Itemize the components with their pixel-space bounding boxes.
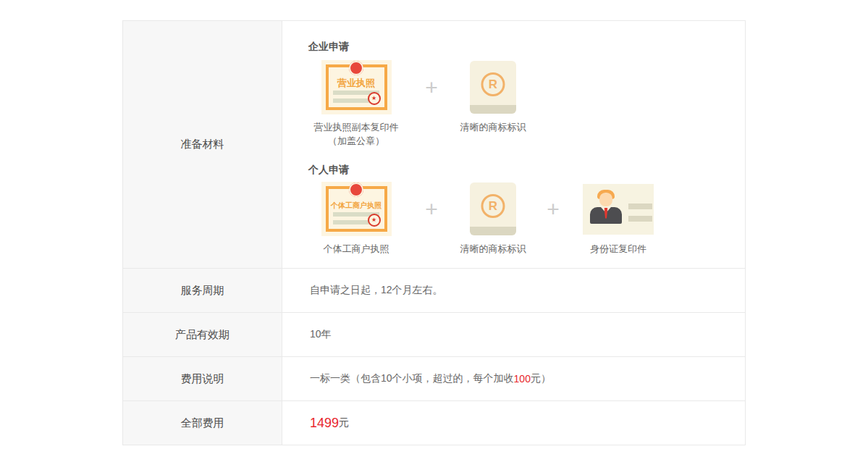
table-row-total-price: 全部费用 1499元 [123,400,745,445]
license-icon-title: 营业执照 [321,77,392,90]
material-caption: 营业执照副本复印件 （加盖公章） [314,120,399,148]
material-trademark: R 清晰的商标标识 [460,60,526,134]
materials-cell: 企业申请 营业执照 ★ 营业执照副本复印件 [282,21,745,268]
registered-symbol: R [481,194,505,218]
row-label: 全部费用 [123,401,282,445]
total-price: 1499 [310,416,339,431]
row-value: 1499元 [282,401,745,445]
personal-section-title: 个人申请 [308,163,745,176]
license-icon-title: 个体工商户执照 [321,201,392,211]
trademark-icon: R [470,182,516,235]
plus-icon: + [423,182,440,236]
enterprise-materials-row: 营业执照 ★ 营业执照副本复印件 （加盖公章） + [308,60,745,148]
table-row-materials: 准备材料 企业申请 营业执照 ★ [123,21,745,268]
enterprise-section-title: 企业申请 [308,40,745,53]
id-card-icon [583,184,654,235]
registered-symbol: R [481,72,505,96]
personal-section: 个人申请 个体工商户执照 ★ [308,163,745,256]
material-caption: 个体工商户执照 [324,242,389,256]
row-value: 自申请之日起，12个月左右。 [282,269,745,312]
material-business-license: 营业执照 ★ 营业执照副本复印件 （加盖公章） [308,60,404,148]
material-caption: 清晰的商标标识 [460,242,526,256]
personal-materials-row: 个体工商户执照 ★ 个体工商户执照 + [308,182,745,256]
red-seal-icon: ★ [368,214,381,227]
row-label: 准备材料 [123,21,282,268]
individual-license-icon: 个体工商户执照 ★ [321,182,392,236]
price-unit: 元 [339,416,349,429]
row-label: 费用说明 [123,357,282,400]
material-id-card: 身份证复印件 [582,182,654,256]
trademark-icon: R [470,61,516,114]
business-license-icon: 营业执照 ★ [321,60,392,114]
row-label: 产品有效期 [123,313,282,356]
row-label: 服务周期 [123,269,282,312]
red-seal-icon: ★ [368,92,381,105]
table-row-validity: 产品有效期 10年 [123,312,745,356]
material-caption: 清晰的商标标识 [460,120,526,134]
national-emblem-icon [349,61,363,75]
plus-icon: + [544,182,562,236]
national-emblem-icon [349,182,363,197]
table-row-service-period: 服务周期 自申请之日起，12个月左右。 [123,268,745,312]
material-caption: 身份证复印件 [590,242,646,256]
material-trademark: R 清晰的商标标识 [460,182,526,256]
fee-highlight: 100 [514,373,531,385]
row-value: 10年 [282,313,745,356]
plus-icon: + [423,60,440,114]
material-individual-license: 个体工商户执照 ★ 个体工商户执照 [308,182,404,256]
row-value: 一标一类（包含10个小项，超过的，每个加收100元） [282,357,745,400]
table-row-fee-note: 费用说明 一标一类（包含10个小项，超过的，每个加收100元） [123,356,745,400]
product-info-table: 准备材料 企业申请 营业执照 ★ [122,20,746,445]
